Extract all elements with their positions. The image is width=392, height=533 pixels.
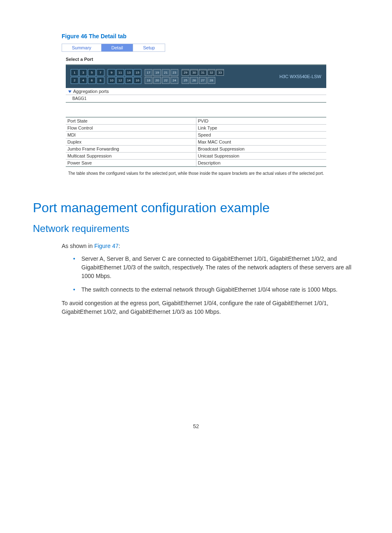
- select-port-label: Select a Port: [66, 57, 359, 62]
- port-11[interactable]: 11: [116, 69, 124, 76]
- property-label: MDI: [66, 132, 196, 138]
- port-16[interactable]: 16: [134, 77, 141, 84]
- port-33[interactable]: 33: [216, 69, 224, 76]
- port-14[interactable]: 14: [125, 77, 133, 84]
- tab-summary[interactable]: Summary: [62, 44, 101, 51]
- list-item: Server A, Server B, and Server C are con…: [73, 255, 359, 280]
- port-1[interactable]: 1: [71, 69, 78, 76]
- page-number: 52: [33, 423, 359, 429]
- port-3[interactable]: 3: [79, 69, 87, 76]
- port-12[interactable]: 12: [116, 77, 124, 84]
- figure-title: Figure 46 The Detail tab: [33, 33, 359, 39]
- property-label: Port State: [66, 118, 196, 124]
- port-23[interactable]: 23: [171, 69, 178, 76]
- port-6[interactable]: 6: [88, 77, 96, 84]
- port-17[interactable]: 17: [145, 69, 152, 76]
- table-row: Multicast SuppressionUnicast Suppression: [66, 153, 326, 160]
- port-31[interactable]: 31: [199, 69, 207, 76]
- port-27[interactable]: 27: [199, 77, 207, 84]
- tab-bar: Summary Detail Setup: [62, 44, 165, 52]
- port-20[interactable]: 20: [153, 77, 161, 84]
- port-13[interactable]: 13: [125, 69, 133, 76]
- property-label: Speed: [196, 132, 327, 138]
- property-label: Max MAC Count: [196, 139, 327, 145]
- device-label: H3C WX5540E-LSW: [279, 74, 321, 79]
- list-item: The switch connects to the external netw…: [73, 285, 359, 294]
- aggregation-header[interactable]: Aggregation ports: [66, 88, 326, 95]
- port-5[interactable]: 5: [88, 69, 96, 76]
- port-22[interactable]: 22: [162, 77, 170, 84]
- property-label: Description: [196, 160, 327, 166]
- property-label: PVID: [196, 118, 327, 124]
- paragraph: To avoid congestion at the egress port, …: [62, 299, 359, 316]
- port-9[interactable]: 9: [108, 69, 115, 76]
- port-7[interactable]: 7: [97, 69, 104, 76]
- bullet-list: Server A, Server B, and Server C are con…: [62, 255, 359, 294]
- property-label: Link Type: [196, 125, 327, 131]
- property-table: Port StatePVIDFlow ControlLink TypeMDISp…: [66, 117, 326, 167]
- port-29[interactable]: 29: [182, 69, 189, 76]
- figure-link[interactable]: Figure 47: [94, 243, 118, 249]
- aggregation-item[interactable]: BAGG1: [66, 95, 326, 102]
- port-28[interactable]: 28: [208, 77, 215, 84]
- table-row: Jumbo Frame ForwardingBroadcast Suppress…: [66, 146, 326, 153]
- heading-1: Port management configuration example: [33, 200, 359, 216]
- port-32[interactable]: 32: [208, 69, 215, 76]
- table-row: Flow ControlLink Type: [66, 125, 326, 132]
- table-row: DuplexMax MAC Count: [66, 139, 326, 146]
- property-label: Duplex: [66, 139, 196, 145]
- intro-paragraph: As shown in Figure 47:: [62, 242, 359, 250]
- port-26[interactable]: 26: [190, 77, 198, 84]
- property-label: Jumbo Frame Forwarding: [66, 146, 196, 152]
- port-30[interactable]: 30: [190, 69, 198, 76]
- port-8[interactable]: 8: [97, 77, 104, 84]
- aggregation-label: Aggregation ports: [73, 89, 109, 94]
- table-row: Port StatePVID: [66, 118, 326, 125]
- table-row: MDISpeed: [66, 132, 326, 139]
- property-label: Flow Control: [66, 125, 196, 131]
- property-label: Power Save: [66, 160, 196, 166]
- port-2[interactable]: 2: [71, 77, 78, 84]
- port-19[interactable]: 19: [153, 69, 161, 76]
- port-15[interactable]: 15: [134, 69, 141, 76]
- port-4[interactable]: 4: [79, 77, 87, 84]
- property-label: Broadcast Suppression: [196, 146, 327, 152]
- heading-2: Network requirements: [33, 223, 359, 234]
- port-24[interactable]: 24: [171, 77, 178, 84]
- port-21[interactable]: 21: [162, 69, 170, 76]
- property-label: Multicast Suppression: [66, 153, 196, 159]
- tab-detail[interactable]: Detail: [101, 44, 133, 51]
- tab-setup[interactable]: Setup: [133, 44, 165, 51]
- chevron-down-icon: [68, 90, 71, 93]
- port-18[interactable]: 18: [145, 77, 152, 84]
- port-area: 13579111315171921232930313233 2468101214…: [66, 64, 326, 103]
- table-row: Power SaveDescription: [66, 160, 326, 166]
- property-label: Unicast Suppression: [196, 153, 327, 159]
- port-10[interactable]: 10: [108, 77, 115, 84]
- port-panel: 13579111315171921232930313233 2468101214…: [66, 65, 326, 88]
- port-25[interactable]: 25: [182, 77, 189, 84]
- table-caption: The table shows the configured values fo…: [66, 171, 326, 176]
